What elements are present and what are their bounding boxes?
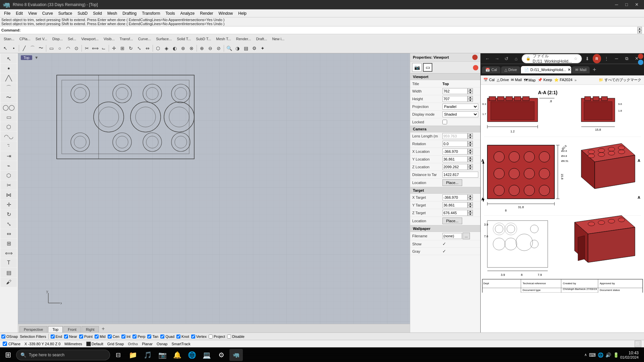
taskbar-camera[interactable]: 📷 xyxy=(156,349,169,361)
menu-help[interactable]: Help xyxy=(235,10,249,16)
taskbar-notification[interactable]: 🔔 xyxy=(170,349,184,361)
taskbar-app2[interactable]: ⚙ xyxy=(215,349,228,361)
tb-loft[interactable]: ◈ xyxy=(162,44,170,52)
taskbar-task-view[interactable]: ⊟ xyxy=(111,349,125,361)
browser-download[interactable]: ⬇ xyxy=(583,55,592,63)
cmd-scroll-down[interactable]: ▼ xyxy=(637,30,642,34)
prop-zloc-down[interactable]: ▼ xyxy=(468,167,473,170)
prop-icon-display[interactable]: ▭ xyxy=(423,63,432,72)
prop-ytarget-down[interactable]: ▼ xyxy=(468,205,473,208)
tool-point[interactable]: • xyxy=(1,64,17,73)
toolbar-tab-sel[interactable]: Sel... xyxy=(65,35,78,43)
tool-array[interactable]: ⊞ xyxy=(1,239,17,248)
tool-rotate[interactable]: ↻ xyxy=(1,209,17,219)
show-desktop[interactable] xyxy=(640,349,643,361)
browser-menu[interactable]: ⋮ xyxy=(602,55,611,63)
toolbar-tab-subdt[interactable]: SubD T... xyxy=(194,35,213,43)
prop-xloc-up[interactable]: ▲ xyxy=(468,148,473,152)
osnap-perp[interactable]: Perp xyxy=(132,335,145,339)
browser-bookmark-icon[interactable]: ☆ xyxy=(574,56,578,61)
tb-fillet[interactable]: ⌙ xyxy=(100,44,108,52)
menu-subd[interactable]: SubD xyxy=(75,10,90,16)
viewport-resize-btn[interactable]: ⬜ xyxy=(635,341,641,347)
osnap-knot[interactable]: Knot xyxy=(176,335,189,339)
tb-circle[interactable]: ○ xyxy=(56,44,64,52)
osnap-near-check[interactable] xyxy=(64,335,68,339)
toolbar-tab-cplane[interactable]: CPla... xyxy=(17,35,33,43)
vp-tab-right[interactable]: Right xyxy=(82,326,99,333)
osnap-tan-check[interactable] xyxy=(147,335,151,339)
prop-height-down[interactable]: ▼ xyxy=(468,99,473,102)
selection-filters-toggle[interactable]: Selection Filters xyxy=(20,335,46,339)
browser-tab-mail[interactable]: ✉ Mail xyxy=(572,66,590,73)
osnap-toggle[interactable]: OSnap xyxy=(1,335,18,339)
prop-width-input[interactable]: 762 xyxy=(442,88,468,94)
prop-cam-location-btn[interactable]: Place... xyxy=(442,179,462,186)
tool-rect[interactable]: ▭ xyxy=(1,112,17,122)
tb-boolean-int[interactable]: ⊘ xyxy=(215,44,223,52)
prop-yloc-up[interactable]: ▲ xyxy=(468,156,473,159)
tool-offset[interactable]: ⇥ xyxy=(1,151,17,161)
osnap-knot-check[interactable] xyxy=(176,335,180,339)
prop-lens-input[interactable]: 959.763 xyxy=(442,133,468,139)
close-button[interactable]: ✕ xyxy=(632,1,641,8)
tb-polyline[interactable]: ⌒ xyxy=(29,44,37,52)
viewport-dropdown-icon[interactable]: ▼ xyxy=(35,55,39,60)
prop-height-up[interactable]: ▲ xyxy=(468,96,473,99)
prop-lens-down[interactable]: ▼ xyxy=(468,136,473,139)
toolbar-tab-draft[interactable]: Draft... xyxy=(254,35,269,43)
prop-yloc-input[interactable]: 36.861 xyxy=(442,156,468,162)
tool-move[interactable]: ✛ xyxy=(1,200,17,209)
tb-rotate[interactable]: ↻ xyxy=(127,44,135,52)
osnap-project-check[interactable] xyxy=(209,335,213,339)
prop-zloc-input[interactable]: 2099.262 xyxy=(442,164,468,170)
browser-profile[interactable]: R xyxy=(593,54,601,63)
prop-xtarget-down[interactable]: ▼ xyxy=(468,197,473,200)
osnap-vertex-check[interactable] xyxy=(191,335,195,339)
tool-join[interactable]: ⋈ xyxy=(1,190,17,199)
prop-xloc-input[interactable]: -366.970 xyxy=(442,148,468,155)
tb-move[interactable]: ✛ xyxy=(110,44,118,52)
tb-copy[interactable]: ⊞ xyxy=(118,44,126,52)
browser-forward[interactable]: → xyxy=(493,55,501,63)
bookmarks-folder[interactable]: 📁 すべてのブックマーク xyxy=(599,77,641,82)
tool-text[interactable]: T xyxy=(1,258,17,267)
menu-view[interactable]: View xyxy=(25,10,40,16)
prop-ztarget-up[interactable]: ▲ xyxy=(468,210,473,213)
tb-shade[interactable]: ◑ xyxy=(233,44,241,52)
bookmarks-more[interactable]: » xyxy=(575,78,577,82)
prop-width-up[interactable]: ▲ xyxy=(468,88,473,91)
taskbar-media[interactable]: 🎵 xyxy=(141,349,154,361)
prop-filename-browse[interactable]: ... xyxy=(463,233,470,239)
viewport-canvas[interactable]: Top ▼ xyxy=(18,53,410,324)
vp-tab-front[interactable]: Front xyxy=(63,326,81,333)
tool-select-arrow[interactable]: ↖ xyxy=(1,54,17,63)
vp-tab-add[interactable]: + xyxy=(100,325,107,333)
prop-height-input[interactable]: 707 xyxy=(442,96,468,102)
ortho-label[interactable]: Ortho xyxy=(128,342,138,346)
browser-tab-drive[interactable]: △ Drive xyxy=(501,66,521,73)
tb-trim[interactable]: ✂ xyxy=(83,44,91,52)
taskbar-rhino[interactable]: 🦏 xyxy=(229,349,243,361)
tray-chevron[interactable]: ∧ xyxy=(584,353,587,357)
prop-xloc-down[interactable]: ▼ xyxy=(468,152,473,155)
prop-projection-select[interactable]: Parallel Perspective Two-Point Perspecti… xyxy=(442,104,478,110)
tb-render[interactable]: ✦ xyxy=(259,44,267,52)
browser-address-bar[interactable]: 🔒 ファイル D:/11_WorkingHolid... ☆ xyxy=(522,54,582,63)
menu-window[interactable]: Window xyxy=(216,10,236,16)
toolbar-tab-render[interactable]: Render... xyxy=(234,35,254,43)
tb-layer[interactable]: ▤ xyxy=(242,44,250,52)
tool-hatch[interactable]: ▤ xyxy=(1,268,17,277)
browser-tab-active[interactable]: 📄 D:/11_WorkingHolid... ✕ xyxy=(521,66,571,73)
bookmark-fa2024[interactable]: ⭐ FA2024 xyxy=(554,78,573,82)
tb-zoom-extent[interactable]: 🔍 xyxy=(225,44,233,52)
browser-home[interactable]: ⌂ xyxy=(512,55,521,63)
toolbar-tab-curve[interactable]: Curve... xyxy=(136,35,154,43)
tb-revolve[interactable]: ⊛ xyxy=(179,44,187,52)
osnap-cen[interactable]: Cen xyxy=(108,335,119,339)
osnap-near[interactable]: Near xyxy=(64,335,77,339)
bookmark-keep[interactable]: 📌 Keep xyxy=(538,78,552,82)
tray-battery[interactable]: 🔋 xyxy=(613,352,619,358)
osnap-disable-check[interactable] xyxy=(227,335,231,339)
prop-ztarget-down[interactable]: ▼ xyxy=(468,213,473,216)
